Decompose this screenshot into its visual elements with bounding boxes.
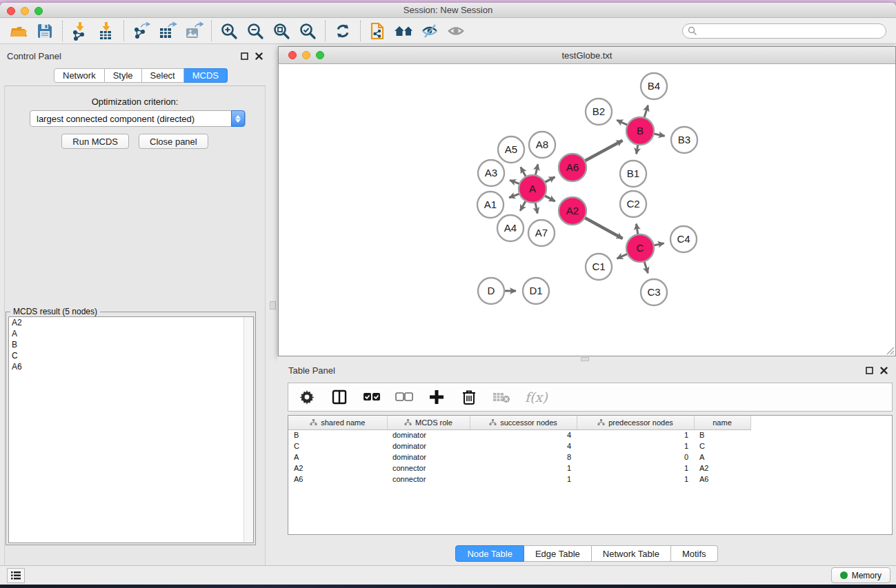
delete-column-button[interactable] — [460, 388, 478, 406]
table-row[interactable]: A6connector11A6 — [288, 474, 750, 485]
search-input[interactable] — [682, 23, 886, 39]
new-session-from-selection-button[interactable] — [365, 20, 391, 42]
tab-edge-table[interactable]: Edge Table — [524, 545, 592, 562]
graph-edge-A2-C[interactable] — [584, 217, 623, 239]
table-cell[interactable]: 4 — [470, 440, 577, 452]
resize-grip-icon[interactable] — [885, 345, 895, 355]
import-network-button[interactable] — [67, 20, 93, 42]
table-cell[interactable]: 1 — [577, 474, 694, 485]
tab-network-table[interactable]: Network Table — [592, 545, 671, 562]
graph-edge-C-C1[interactable] — [617, 254, 628, 258]
hide-selected-button[interactable] — [417, 20, 444, 42]
memory-button[interactable]: Memory — [831, 567, 890, 583]
column-header-MCDS-role[interactable]: MCDS role — [387, 416, 470, 429]
graph-edge-C-C4[interactable] — [653, 243, 664, 245]
tab-network[interactable]: Network — [54, 68, 105, 83]
zoom-in-button[interactable] — [216, 20, 242, 42]
panel-splitter-horizontal[interactable] — [277, 356, 896, 362]
splitter-grip[interactable] — [270, 301, 276, 310]
table-cell[interactable]: 8 — [470, 452, 577, 463]
import-table-button[interactable] — [93, 20, 119, 42]
graph-edge-A-A1[interactable] — [509, 194, 520, 198]
table-settings-button[interactable] — [298, 388, 316, 406]
tab-mcds[interactable]: MCDS — [184, 68, 228, 83]
table-cell[interactable]: A2 — [288, 463, 387, 474]
add-column-button[interactable] — [428, 388, 446, 406]
column-header-name[interactable]: name — [694, 416, 750, 429]
mcds-result-item[interactable]: A — [9, 328, 253, 339]
table-cell[interactable]: C — [288, 440, 387, 452]
show-eye-button[interactable] — [444, 20, 470, 42]
graph-edge-C-C2[interactable] — [636, 224, 638, 236]
select-all-columns-button[interactable] — [363, 388, 381, 406]
table-row[interactable]: A2connector11A2 — [288, 463, 750, 474]
zoom-fit-button[interactable] — [268, 20, 295, 42]
table-cell[interactable]: dominator — [387, 429, 470, 440]
task-history-button[interactable] — [7, 568, 25, 583]
criterion-select[interactable]: largest connected component (directed) — [30, 110, 246, 127]
graph-edge-A-A8[interactable] — [535, 164, 538, 176]
function-builder-button[interactable]: f(x) — [525, 388, 548, 406]
table-cell[interactable]: C — [694, 440, 750, 452]
table-cell[interactable]: B — [288, 429, 387, 440]
column-header-successor-nodes[interactable]: successor nodes — [470, 416, 577, 429]
table-cell[interactable]: 1 — [470, 463, 577, 474]
table-cell[interactable]: 4 — [470, 429, 577, 440]
graph-edge-A-A5[interactable] — [521, 167, 526, 177]
refresh-button[interactable] — [330, 20, 356, 42]
network-graph[interactable]: B4B2BB3A8A5A6A3B1AA1C2A2A4A7C4CC1C3DD1 — [279, 64, 895, 356]
table-cell[interactable]: connector — [387, 474, 470, 485]
panel-splitter-vertical[interactable] — [270, 44, 277, 567]
zoom-selected-button[interactable] — [295, 20, 321, 42]
graph-edge-C-C3[interactable] — [644, 261, 648, 273]
column-header-predecessor-nodes[interactable]: predecessor nodes — [577, 416, 694, 429]
graph-edge-B-B4[interactable] — [644, 105, 648, 119]
tab-select[interactable]: Select — [142, 68, 184, 83]
graph-edge-A-A7[interactable] — [535, 202, 537, 214]
graph-edge-A-A3[interactable] — [510, 180, 520, 184]
deselect-all-columns-button[interactable] — [395, 388, 413, 406]
column-view-button[interactable] — [330, 388, 348, 406]
graph-edge-A6-B[interactable] — [584, 141, 623, 161]
graph-edge-A-A2[interactable] — [544, 195, 555, 201]
graph-edge-A-A6[interactable] — [544, 177, 555, 183]
delete-table-button[interactable] — [492, 388, 510, 406]
mcds-result-item[interactable]: A6 — [9, 361, 253, 372]
network-canvas[interactable]: B4B2BB3A8A5A6A3B1AA1C2A2A4A7C4CC1C3DD1 — [279, 64, 895, 356]
table-cell[interactable]: dominator — [387, 440, 470, 452]
table-cell[interactable]: 1 — [577, 463, 694, 474]
table-row[interactable]: Cdominator41C — [288, 440, 750, 452]
table-cell[interactable]: 0 — [577, 452, 694, 463]
table-cell[interactable]: 1 — [470, 474, 577, 485]
tab-motifs[interactable]: Motifs — [671, 545, 718, 562]
table-cell[interactable]: A2 — [694, 463, 750, 474]
run-mcds-button[interactable]: Run MCDS — [61, 134, 129, 149]
table-cell[interactable]: A6 — [288, 474, 387, 485]
table-cell[interactable]: B — [694, 429, 750, 440]
mcds-result-list[interactable]: A2ABCA6 — [8, 316, 254, 543]
close-panel-icon[interactable] — [255, 52, 263, 60]
graph-edge-B-B1[interactable] — [637, 144, 638, 154]
float-panel-icon[interactable] — [241, 52, 248, 60]
tab-node-table[interactable]: Node Table — [455, 545, 524, 562]
table-cell[interactable]: dominator — [387, 452, 470, 463]
close-panel-button[interactable]: Close panel — [139, 134, 208, 149]
zoom-out-button[interactable] — [242, 20, 268, 42]
table-cell[interactable]: A6 — [694, 474, 750, 485]
splitter-grip[interactable] — [581, 357, 589, 361]
table-cell[interactable]: A — [694, 452, 750, 463]
export-network-button[interactable] — [128, 20, 155, 42]
graph-edge-A-A4[interactable] — [520, 201, 526, 211]
close-panel-icon[interactable] — [880, 367, 888, 374]
tab-style[interactable]: Style — [105, 68, 142, 83]
column-header-shared-name[interactable]: shared name — [288, 416, 387, 429]
table-cell[interactable]: 1 — [577, 429, 694, 440]
table-cell[interactable]: connector — [387, 463, 470, 474]
export-image-button[interactable] — [181, 20, 207, 42]
graph-edge-B-B2[interactable] — [617, 120, 628, 125]
table-row[interactable]: Bdominator41B — [288, 429, 750, 440]
mcds-result-item[interactable]: C — [9, 350, 253, 361]
scrollbar-track[interactable] — [243, 317, 253, 543]
graph-edge-B-B3[interactable] — [653, 134, 665, 136]
table-cell[interactable]: 1 — [577, 440, 694, 452]
